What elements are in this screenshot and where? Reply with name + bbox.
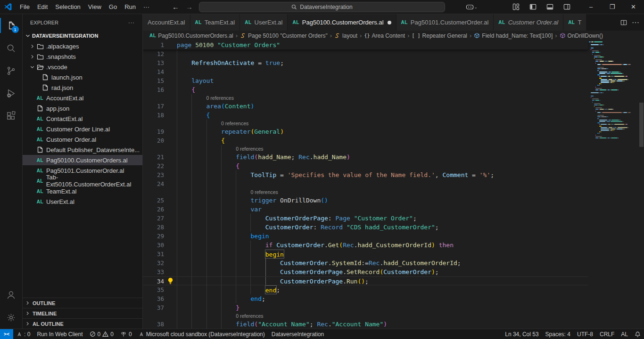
file-tree-item[interactable]: rad.json <box>23 82 142 93</box>
menu-selection[interactable]: Selection <box>51 2 84 12</box>
code-line[interactable]: 13RefreshOnActivate = true; <box>143 58 588 67</box>
file-tree-item[interactable]: ALUserExt.al <box>23 196 142 207</box>
chevron-down-icon[interactable] <box>28 64 36 70</box>
breadcrumb-item[interactable]: Field hadd_Name: Text[100] <box>474 32 553 39</box>
chevron-right-icon[interactable] <box>28 43 36 49</box>
file-tree-item[interactable]: app.json <box>23 103 142 113</box>
file-tree-item[interactable]: ALTab-Ext50105.CustomerOrderExt.al <box>23 176 142 186</box>
modified-dot-icon[interactable] <box>388 21 391 24</box>
editor-scrollbar[interactable] <box>639 40 644 329</box>
status-remote-indicator[interactable]: >< <box>0 329 13 339</box>
file-tree-item[interactable]: ALAccountExt.al <box>23 93 142 103</box>
activity-run-debug[interactable] <box>0 82 23 105</box>
code-line[interactable]: 24 <box>143 179 588 188</box>
scrollbar-thumb[interactable] <box>639 103 644 147</box>
codelens-label[interactable]: 0 references <box>236 145 263 153</box>
editor-tab[interactable]: ALPag50101.CustomerOrder.al <box>396 14 494 31</box>
explorer-root-folder[interactable]: DATAVERSEINTEGRATION <box>23 31 142 41</box>
history-forward-button[interactable]: → <box>186 3 193 11</box>
code-line[interactable]: 12 <box>143 49 588 58</box>
minimap[interactable] <box>588 40 639 329</box>
breadcrumb-item[interactable]: Page 50100 "Customer Orders" <box>240 32 328 39</box>
menu-edit[interactable]: Edit <box>33 2 51 12</box>
status-run-in-web-client[interactable]: Run In Web Client <box>33 329 86 339</box>
split-editor-icon[interactable] <box>620 19 627 26</box>
code-line[interactable]: 15layout <box>143 76 588 85</box>
file-tree-item[interactable]: ALCustomer Order Line.al <box>23 124 142 134</box>
file-tree-item[interactable]: ALPag50100.CustomerOrders.al <box>23 155 142 165</box>
history-back-button[interactable]: ← <box>172 3 179 11</box>
code-line[interactable]: 19repeater(General) <box>143 127 588 136</box>
breadcrumb-item[interactable]: {}Area Content <box>364 32 405 39</box>
menu-run[interactable]: Run <box>121 2 140 12</box>
status-notifications[interactable] <box>631 329 644 339</box>
status-project-name[interactable]: DataverseIntegration <box>268 329 327 339</box>
status-cloud-sandbox[interactable]: Microsoft cloud sandbox (DataverseIntegr… <box>135 329 268 339</box>
code-line[interactable]: 34CustomerOrderPage.Run(); <box>143 276 588 285</box>
status-eol[interactable]: CRLF <box>596 329 618 339</box>
file-tree-item[interactable]: .snapshots <box>23 51 142 62</box>
editor-tab[interactable]: ALUserExt.al <box>240 14 288 31</box>
codelens-row[interactable]: 0 references <box>143 94 588 102</box>
breadcrumb-item[interactable]: ALPag50100.CustomerOrders.al <box>149 32 233 39</box>
editor-tab[interactable]: ALT <box>563 14 586 31</box>
codelens-label[interactable]: 0 references <box>236 312 263 320</box>
editor-tab[interactable]: ALTeamExt.al <box>190 14 240 31</box>
customize-layout-icon[interactable] <box>509 1 523 13</box>
file-tree-item[interactable]: launch.json <box>23 72 142 82</box>
code-line[interactable]: 33CustomerOrderPage.SetRecord(CustomerOr… <box>143 267 588 276</box>
code-line[interactable]: 16{ <box>143 85 588 94</box>
codelens-label[interactable]: 0 references <box>250 188 278 196</box>
code-line[interactable]: 29begin <box>143 232 588 241</box>
code-line[interactable]: 35end; <box>143 285 588 294</box>
activity-accounts[interactable] <box>0 283 23 306</box>
minimize-button[interactable]: – <box>580 0 602 14</box>
file-tree-item[interactable]: ALContactExt.al <box>23 113 142 124</box>
menu-[interactable]: ··· <box>140 2 153 12</box>
codelens-row[interactable]: 0 references <box>143 120 588 127</box>
editor-tab[interactable]: ALPag50100.CustomerOrders.al <box>288 14 396 31</box>
status-cursor-position[interactable]: Ln 34, Col 53 <box>502 329 542 339</box>
status-indentation[interactable]: Spaces: 4 <box>542 329 574 339</box>
code-line[interactable]: 37} <box>143 303 588 312</box>
activity-extensions[interactable] <box>0 105 23 127</box>
editor-tab[interactable]: ALCustomer Order.al <box>494 14 563 31</box>
activity-explorer[interactable]: 1 <box>0 14 23 37</box>
lightbulb-icon[interactable] <box>164 277 177 285</box>
file-tree-item[interactable]: ALCustomer Order.al <box>23 134 142 145</box>
code-line[interactable]: 21field(hadd_Name; Rec.hadd_Name) <box>143 153 588 161</box>
codelens-row[interactable]: 0 references <box>143 312 588 320</box>
code-line[interactable]: 18{ <box>143 111 588 120</box>
codelens-label[interactable]: 0 references <box>221 120 248 127</box>
restore-button[interactable]: ❐ <box>602 0 623 14</box>
sticky-scroll-line[interactable]: 1page 50100 "Customer Orders" <box>143 40 588 49</box>
code-line[interactable]: 14 <box>143 67 588 76</box>
status-language-mode[interactable]: AL <box>618 329 631 339</box>
menu-view[interactable]: View <box>84 2 105 12</box>
explorer-more-actions[interactable]: ··· <box>128 20 135 25</box>
code-line[interactable]: 17area(Content) <box>143 102 588 111</box>
editor-more-actions-icon[interactable]: ··· <box>632 18 639 27</box>
status-problems[interactable]: 00 <box>86 329 117 339</box>
code-line[interactable]: 38field("Account Name"; Rec."Account Nam… <box>143 320 588 329</box>
editor-tab[interactable]: AccountExt.al <box>143 14 190 31</box>
code-line[interactable]: 31begin <box>143 250 588 258</box>
code-line[interactable]: 27CustomerOrderPage: Page "Customer Orde… <box>143 214 588 223</box>
code-line[interactable]: 28CustomerOrder: Record "CDS hadd_Custom… <box>143 223 588 232</box>
file-tree-item[interactable]: .alpackages <box>23 41 142 51</box>
chevron-right-icon[interactable] <box>28 54 36 60</box>
status-al-debug-count[interactable]: : 0 <box>13 329 33 339</box>
codelens-row[interactable]: 0 references <box>143 145 588 153</box>
toggle-secondary-sidebar-icon[interactable] <box>560 1 574 13</box>
activity-search[interactable] <box>0 37 23 59</box>
breadcrumb-item[interactable]: OnDrillDown() <box>560 32 603 39</box>
close-button[interactable]: ✕ <box>623 0 644 14</box>
activity-source-control[interactable] <box>0 59 23 82</box>
file-tree-item[interactable]: Default Publisher_DataverseInte... <box>23 145 142 155</box>
code-line[interactable]: 20{ <box>143 136 588 145</box>
code-line[interactable]: 23ToolTip = 'Specifies the value of the … <box>143 170 588 179</box>
chevron-down-icon[interactable]: ⌄ <box>474 5 478 9</box>
command-center-search[interactable]: DataverseIntegration <box>199 2 445 12</box>
status-encoding[interactable]: UTF-8 <box>574 329 596 339</box>
section-al-outline[interactable]: AL OUTLINE <box>23 318 142 329</box>
